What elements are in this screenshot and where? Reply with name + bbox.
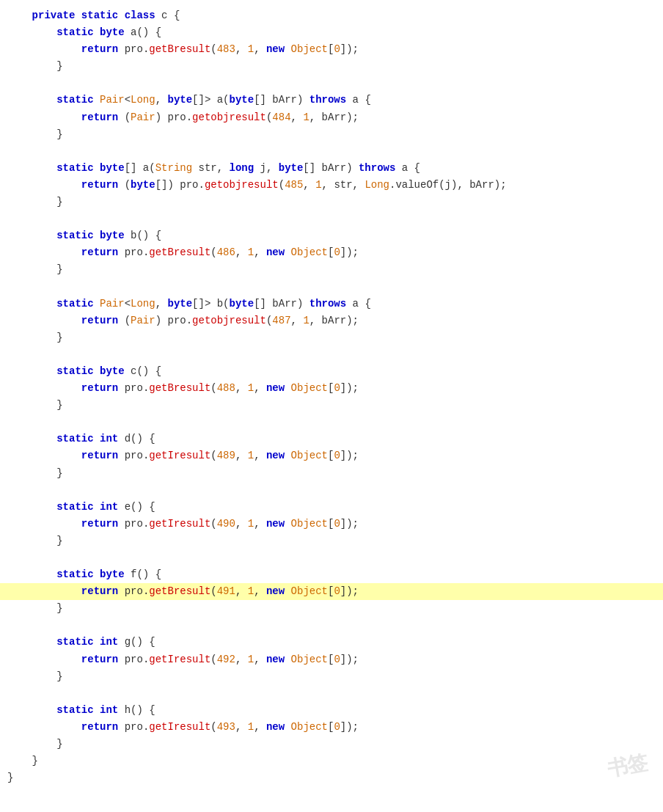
code-line-14: static byte b() { <box>0 227 663 244</box>
code-line-17 <box>0 279 663 296</box>
code-line-44: } <box>0 736 663 753</box>
code-line-37 <box>0 617 663 634</box>
code-line-28: } <box>0 465 663 482</box>
code-line-36: } <box>0 600 663 617</box>
code-line-30: static int e() { <box>0 499 663 516</box>
code-line-29 <box>0 482 663 499</box>
code-line-41 <box>0 685 663 702</box>
code-line-10: static byte[] a(String str, long j, byte… <box>0 160 663 177</box>
code-line-2: static byte a() { <box>0 24 663 41</box>
code-line-38: static int g() { <box>0 634 663 651</box>
code-line-13 <box>0 211 663 227</box>
code-line-5 <box>0 75 663 92</box>
code-line-12: } <box>0 194 663 211</box>
code-line-9 <box>0 143 663 160</box>
code-line-45: } <box>0 753 663 769</box>
code-line-25 <box>0 414 663 431</box>
code-line-26: static int d() { <box>0 431 663 447</box>
code-line-11: return (byte[]) pro.getobjresult(485, 1,… <box>0 177 663 194</box>
code-line-1: private static class c { <box>0 7 663 24</box>
code-line-24: } <box>0 397 663 414</box>
code-line-33 <box>0 549 663 566</box>
code-line-23: return pro.getBresult(488, 1, new Object… <box>0 380 663 397</box>
code-line-32: } <box>0 533 663 549</box>
code-container: private static class c { static byte a()… <box>0 0 663 812</box>
code-line-34: static byte f() { <box>0 566 663 583</box>
code-line-39: return pro.getIresult(492, 1, new Object… <box>0 651 663 668</box>
code-line-35: return pro.getBresult(491, 1, new Object… <box>0 583 663 600</box>
code-line-42: static int h() { <box>0 702 663 719</box>
code-line-21 <box>0 346 663 363</box>
code-line-19: return (Pair) pro.getobjresult(487, 1, b… <box>0 312 663 329</box>
code-line-31: return pro.getIresult(490, 1, new Object… <box>0 516 663 533</box>
code-line-3: return pro.getBresult(483, 1, new Object… <box>0 41 663 58</box>
code-block: private static class c { static byte a()… <box>0 7 663 786</box>
code-line-40: } <box>0 668 663 685</box>
code-line-46: } <box>0 769 663 786</box>
code-line-6: static Pair<Long, byte[]> a(byte[] bArr)… <box>0 92 663 109</box>
code-line-27: return pro.getIresult(489, 1, new Object… <box>0 447 663 464</box>
code-line-8: } <box>0 126 663 143</box>
code-line-18: static Pair<Long, byte[]> b(byte[] bArr)… <box>0 296 663 312</box>
code-line-4: } <box>0 58 663 75</box>
code-line-43: return pro.getIresult(493, 1, new Object… <box>0 719 663 736</box>
code-line-15: return pro.getBresult(486, 1, new Object… <box>0 244 663 261</box>
code-line-20: } <box>0 329 663 346</box>
code-line-16: } <box>0 261 663 278</box>
code-line-22: static byte c() { <box>0 363 663 380</box>
code-line-7: return (Pair) pro.getobjresult(484, 1, b… <box>0 109 663 126</box>
